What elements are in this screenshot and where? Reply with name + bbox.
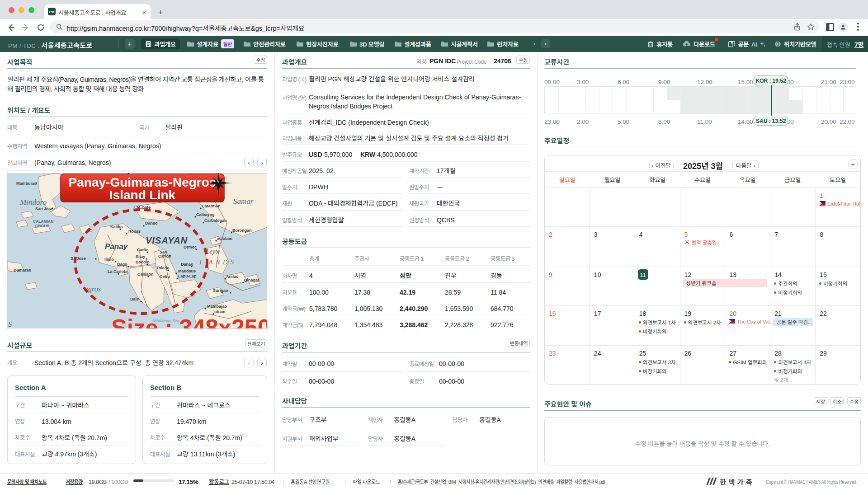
svg-text:Kalibo: Kalibo [110,225,123,229]
svg-text:Calbayog: Calbayog [196,212,215,217]
svg-text:Bago: Bago [117,262,127,267]
svg-text:Panay: Panay [105,242,128,251]
svg-text:utuan: utuan [214,310,226,314]
svg-text:Island Link: Island Link [109,188,176,202]
svg-text:Silay: Silay [136,254,145,259]
svg-text:Carbalogan: Carbalogan [204,218,227,223]
svg-text:Carlos: Carlos [158,254,171,258]
svg-text:Roxas: Roxas [128,229,141,234]
svg-text:Anilao: Anilao [226,274,239,279]
svg-text:Dinagat: Dinagat [244,278,259,282]
svg-text:Canlaon: Canlaon [137,272,154,277]
svg-text:Toledo: Toledo [156,266,170,270]
svg-text:Borongan: Borongan [232,228,252,233]
svg-text:Catarman: Catarman [202,204,221,208]
svg-text:San Jose: San Jose [35,206,53,211]
svg-text:S: S [8,320,12,328]
svg-text:I ANDS: I ANDS [199,258,236,266]
svg-text:Bais: Bais [130,297,139,301]
svg-text:Surigao: Surigao [213,288,228,293]
svg-text:acloban: acloban [217,236,232,241]
svg-text:Panay-Guimaras-Negros: Panay-Guimaras-Negros [69,175,217,189]
svg-text:Cebu: Cebu [160,274,170,279]
svg-text:CALAMIAN: CALAMIAN [33,219,53,224]
svg-text:Ormoc: Ormoc [184,245,197,249]
svg-text:Samar: Samar [233,197,254,206]
svg-text:VISAYAN: VISAYAN [146,235,188,245]
svg-text:Size : 348x250: Size : 348x250 [111,314,267,328]
svg-text:Lapu-Lap: Lapu-Lap [178,274,197,278]
svg-text:Mamburao: Mamburao [16,181,37,186]
svg-text:Mindoro: Mindoro [19,198,47,206]
svg-text:GROUP: GROUP [35,224,50,228]
svg-text:Cadiz: Cadiz [137,248,148,252]
svg-text:Mandaue: Mandaue [178,269,196,273]
svg-text:Mambajao: Mambajao [207,304,227,309]
svg-text:S.. Jose: S.. Jose [71,256,86,261]
svg-text:Iloilo: Iloilo [104,257,114,262]
svg-text:Danao: Danao [145,221,158,225]
svg-text:Leyte: Leyte [206,248,220,255]
svg-text:Dumaran: Dumaran [14,268,31,272]
svg-text:La Carlota: La Carlota [108,269,128,274]
